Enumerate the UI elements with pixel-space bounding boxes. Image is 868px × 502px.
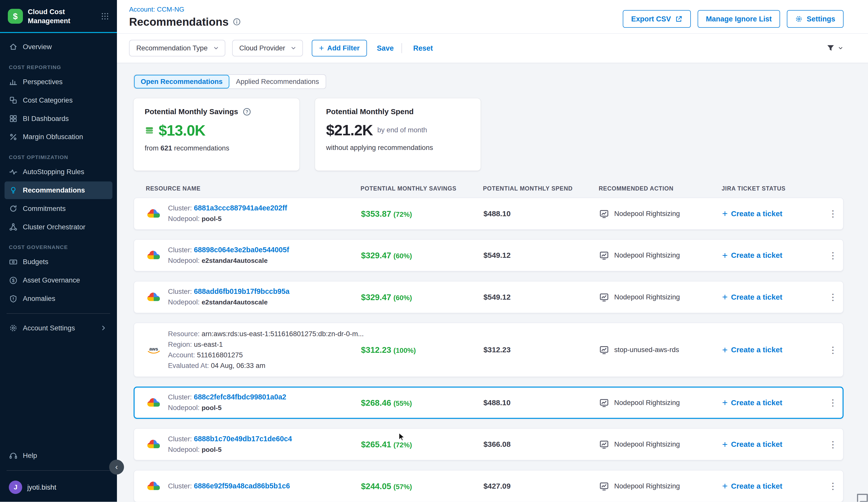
nav-section-cost-optimization: COST OPTIMIZATION xyxy=(9,154,108,160)
sidebar-item-account-settings[interactable]: Account Settings xyxy=(4,319,112,337)
cluster-link[interactable]: 6881a3ccc887941a4ee202ff xyxy=(194,204,287,212)
account-breadcrumb[interactable]: Account: CCM-NG xyxy=(129,6,241,13)
sidebar-item-help[interactable]: Help xyxy=(4,447,112,465)
sidebar-item-budgets[interactable]: Budgets xyxy=(4,253,112,271)
spend-cell: $488.10 xyxy=(483,209,599,218)
sidebar-item-asset-governance[interactable]: Asset Governance xyxy=(4,271,112,289)
kebab-menu-icon[interactable]: ⋮ xyxy=(825,207,841,220)
action-icon xyxy=(599,250,609,260)
savings-cell: $353.87(72%) xyxy=(361,209,484,219)
table-row[interactable]: Resource: arn:aws:rds:us-east-1:51161680… xyxy=(134,323,844,377)
table-row[interactable]: Cluster: 68898c064e3e2ba0e544005f Nodepo… xyxy=(134,239,844,271)
kebab-menu-icon[interactable]: ⋮ xyxy=(825,480,841,492)
cluster-link[interactable]: 68898c064e3e2ba0e544005f xyxy=(194,246,289,254)
sidebar-item-cost-categories[interactable]: Cost Categories xyxy=(4,91,112,109)
resource-cell: Cluster: 6881a3ccc887941a4ee202ff Nodepo… xyxy=(146,203,361,224)
kebab-menu-icon[interactable]: ⋮ xyxy=(825,291,841,303)
resource-cell: Resource: arn:aws:rds:us-east-1:51161680… xyxy=(146,328,361,371)
col-recommended-action: RECOMMENDED ACTION xyxy=(599,185,722,192)
reset-filter-button[interactable]: Reset xyxy=(413,44,433,52)
table-row[interactable]: Cluster: 688c2fefc84fbdc99801a0a2 Nodepo… xyxy=(134,387,844,419)
cloud-provider-dropdown[interactable]: Cloud Provider xyxy=(232,40,303,56)
action-cell: Nodepool Rightsizing xyxy=(599,439,722,449)
filter-panel-toggle[interactable] xyxy=(826,44,843,52)
col-potential-savings: POTENTIAL MONTHLY SAVINGS xyxy=(361,185,483,192)
table-row[interactable]: Cluster: 688add6fb019b17f9bccb95a Nodepo… xyxy=(134,281,844,313)
create-ticket-button[interactable]: +Create a ticket xyxy=(722,398,825,408)
gcp-icon xyxy=(146,292,161,302)
help-circle-icon[interactable] xyxy=(242,107,251,116)
sidebar-collapse-button[interactable]: ‹ xyxy=(109,460,124,475)
savings-cell: $329.47(60%) xyxy=(361,250,484,260)
sidebar-item-recommendations[interactable]: Recommendations xyxy=(4,181,112,199)
save-filter-button[interactable]: Save xyxy=(377,44,394,52)
sidebar-item-anomalies[interactable]: Anomalies xyxy=(4,290,112,308)
cluster-link[interactable]: 688c2fefc84fbdc99801a0a2 xyxy=(194,393,286,401)
sidebar-item-commitments[interactable]: Commitments xyxy=(4,200,112,218)
tab-open-recommendations[interactable]: Open Recommendations xyxy=(134,75,229,88)
sidebar-item-bi-dashboards[interactable]: BI Dashboards xyxy=(4,109,112,127)
sidebar-item-margin-obfuscation[interactable]: Margin Obfuscation xyxy=(4,128,112,146)
banknote-icon xyxy=(9,258,18,266)
app-header: $ Cloud Cost Management xyxy=(0,0,117,33)
sidebar: $ Cloud Cost Management Overview COST RE… xyxy=(0,0,117,502)
gcp-icon xyxy=(146,481,161,491)
create-ticket-button[interactable]: +Create a ticket xyxy=(722,292,825,302)
plus-icon: + xyxy=(722,481,727,491)
kebab-menu-icon[interactable]: ⋮ xyxy=(825,344,841,356)
table-row[interactable]: Cluster: 6888b1c70e49db17c1de60c4 Nodepo… xyxy=(134,428,844,460)
cluster-link[interactable]: 6886e92f59a48cad86b5b1c6 xyxy=(194,482,290,490)
recommendation-type-dropdown[interactable]: Recommendation Type xyxy=(129,40,225,56)
add-filter-button[interactable]: + Add Filter xyxy=(312,40,367,56)
plus-icon: + xyxy=(722,251,727,260)
spend-cell: $312.23 xyxy=(483,345,599,354)
shield-icon xyxy=(9,294,18,303)
table-row[interactable]: Cluster: 6881a3ccc887941a4ee202ff Nodepo… xyxy=(134,198,844,230)
divider xyxy=(402,43,402,53)
headset-icon xyxy=(9,451,18,460)
cluster-link[interactable]: 6888b1c70e49db17c1de60c4 xyxy=(194,435,292,443)
gear-icon xyxy=(9,324,18,332)
kebab-menu-icon[interactable]: ⋮ xyxy=(825,396,841,409)
gcp-icon xyxy=(146,250,161,261)
table-header: RESOURCE NAME POTENTIAL MONTHLY SAVINGS … xyxy=(134,185,844,192)
chevron-down-icon xyxy=(290,45,297,51)
action-icon xyxy=(599,439,609,449)
gcp-icon xyxy=(146,439,161,450)
table-row[interactable]: Cluster: 6886e92f59a48cad86b5b1c6 $244.0… xyxy=(134,470,844,502)
aws-icon xyxy=(146,345,161,355)
create-ticket-button[interactable]: +Create a ticket xyxy=(722,440,825,449)
module-grid-icon[interactable] xyxy=(101,12,109,20)
sidebar-item-perspectives[interactable]: Perspectives xyxy=(4,73,112,91)
resource-cell: Cluster: 6888b1c70e49db17c1de60c4 Nodepo… xyxy=(146,434,361,455)
resource-cell: Cluster: 688add6fb019b17f9bccb95a Nodepo… xyxy=(146,286,361,308)
external-link-icon xyxy=(675,15,683,23)
kebab-menu-icon[interactable]: ⋮ xyxy=(825,438,841,451)
action-cell: Nodepool Rightsizing xyxy=(599,250,722,260)
action-icon xyxy=(599,398,609,408)
action-icon xyxy=(599,345,609,355)
create-ticket-button[interactable]: +Create a ticket xyxy=(722,481,825,491)
create-ticket-button[interactable]: +Create a ticket xyxy=(722,345,825,355)
create-ticket-button[interactable]: +Create a ticket xyxy=(722,251,825,260)
info-icon[interactable] xyxy=(232,18,241,26)
col-potential-spend: POTENTIAL MONTHLY SPEND xyxy=(483,185,599,192)
cluster-link[interactable]: 688add6fb019b17f9bccb95a xyxy=(194,287,290,295)
create-ticket-button[interactable]: +Create a ticket xyxy=(722,209,825,219)
savings-card-title: Potential Monthly Savings xyxy=(145,107,238,116)
savings-cell: $312.23(100%) xyxy=(361,345,484,355)
user-profile[interactable]: J jyoti.bisht xyxy=(0,476,117,499)
tab-applied-recommendations[interactable]: Applied Recommendations xyxy=(229,75,326,88)
action-cell: Nodepool Rightsizing xyxy=(599,292,722,302)
kebab-menu-icon[interactable]: ⋮ xyxy=(825,249,841,262)
refresh-icon xyxy=(9,204,18,213)
manage-ignore-list-button[interactable]: Manage Ignore List xyxy=(698,10,780,28)
action-cell: Nodepool Rightsizing xyxy=(599,481,722,491)
col-jira-ticket-status: JIRA TICKET STATUS xyxy=(722,185,824,192)
settings-button[interactable]: Settings xyxy=(787,10,844,28)
sidebar-item-cluster-orchestrator[interactable]: Cluster Orchestrator xyxy=(4,218,112,236)
sidebar-item-autostopping-rules[interactable]: AutoStopping Rules xyxy=(4,163,112,181)
sidebar-item-overview[interactable]: Overview xyxy=(4,38,112,56)
chat-help-icon[interactable] xyxy=(855,492,868,502)
export-csv-button[interactable]: Export CSV xyxy=(623,10,691,28)
